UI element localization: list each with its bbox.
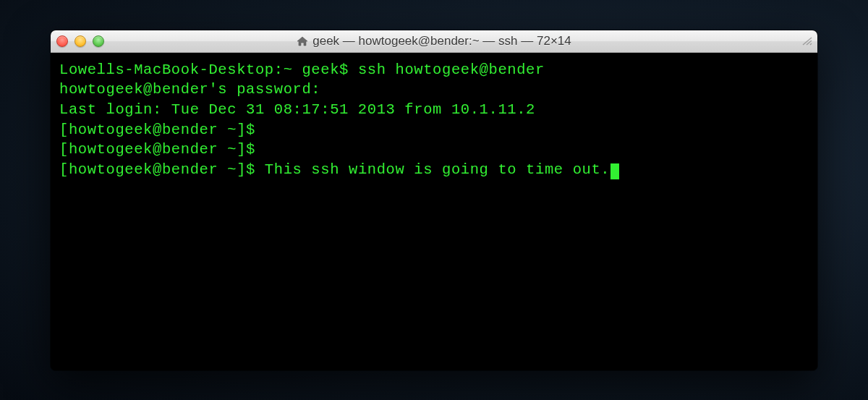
terminal-line: [howtogeek@bender ~]$ This ssh window is… <box>59 160 809 180</box>
command-text: This ssh window is going to time out. <box>265 161 610 178</box>
terminal-line: [howtogeek@bender ~]$ <box>59 120 809 140</box>
terminal-window: geek — howtogeek@bender:~ — ssh — 72×14 … <box>51 30 817 370</box>
minimize-button[interactable] <box>75 35 86 47</box>
zoom-button[interactable] <box>93 35 104 47</box>
title-wrap: geek — howtogeek@bender:~ — ssh — 72×14 <box>51 34 817 48</box>
prompt: [howtogeek@bender ~]$ <box>59 122 265 138</box>
output-text: howtogeek@bender's password: <box>59 81 320 98</box>
prompt: [howtogeek@bender ~]$ <box>59 141 265 158</box>
command-text: ssh howtogeek@bender <box>358 61 545 78</box>
prompt: Lowells-MacBook-Desktop:~ geek$ <box>59 61 358 78</box>
terminal-line: Lowells-MacBook-Desktop:~ geek$ ssh howt… <box>59 60 809 80</box>
output-text: Last login: Tue Dec 31 08:17:51 2013 fro… <box>59 101 535 118</box>
prompt: [howtogeek@bender ~]$ <box>59 161 265 178</box>
traffic-lights <box>56 35 104 47</box>
window-title: geek — howtogeek@bender:~ — ssh — 72×14 <box>312 34 571 48</box>
terminal-line: [howtogeek@bender ~]$ <box>59 140 809 160</box>
cursor <box>610 163 619 179</box>
titlebar[interactable]: geek — howtogeek@bender:~ — ssh — 72×14 <box>51 30 817 53</box>
terminal-line: howtogeek@bender's password: <box>59 80 809 100</box>
terminal-body[interactable]: Lowells-MacBook-Desktop:~ geek$ ssh howt… <box>51 53 817 370</box>
home-icon <box>297 36 308 46</box>
resize-grip-icon[interactable] <box>801 36 813 46</box>
close-button[interactable] <box>56 35 68 47</box>
terminal-line: Last login: Tue Dec 31 08:17:51 2013 fro… <box>59 100 809 120</box>
